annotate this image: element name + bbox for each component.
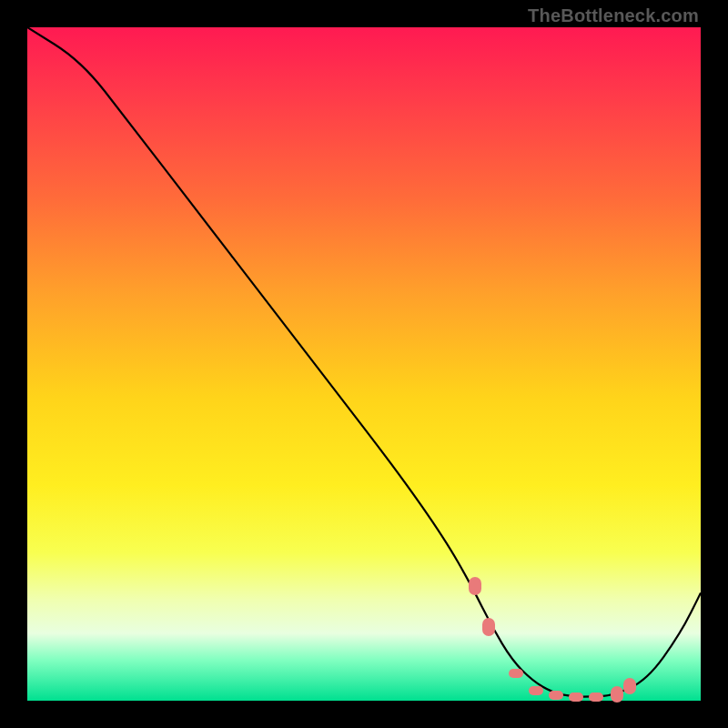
highlight-marker <box>469 577 481 595</box>
highlight-marker <box>482 618 495 636</box>
highlight-marker <box>529 686 543 695</box>
highlight-marker <box>611 686 623 703</box>
highlight-marker <box>569 693 583 702</box>
curve-path <box>27 27 701 697</box>
highlight-marker <box>509 669 523 678</box>
watermark-text: TheBottleneck.com <box>528 5 699 26</box>
plot-area <box>27 27 701 701</box>
highlight-marker <box>549 691 563 700</box>
highlight-marker <box>589 693 603 702</box>
chart-frame: TheBottleneck.com <box>0 0 728 728</box>
bottleneck-curve <box>27 27 701 701</box>
highlight-marker <box>623 678 636 694</box>
